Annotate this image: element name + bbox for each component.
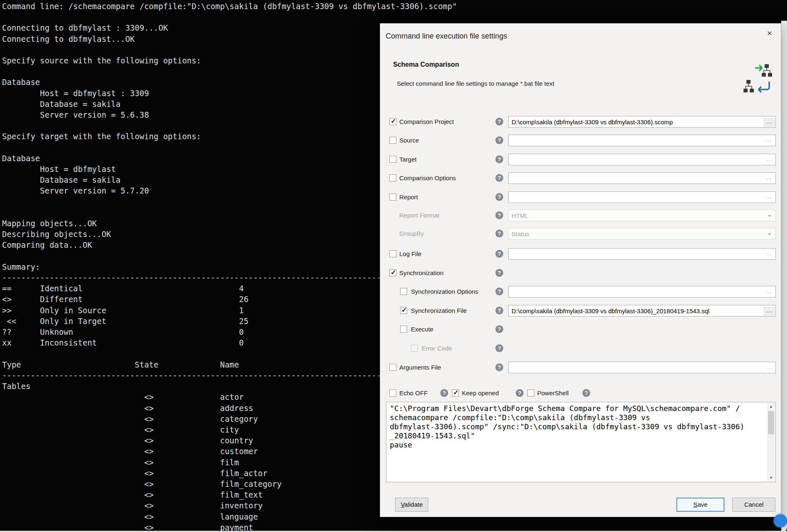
target-input[interactable]: ...: [508, 154, 776, 165]
validate-button[interactable]: Validate: [395, 498, 428, 512]
row-arguments-file: Arguments File ? ...: [380, 361, 781, 374]
help-icon[interactable]: ?: [495, 230, 503, 237]
command-line-settings-dialog: Command line execution file settings × S…: [380, 23, 781, 517]
row-comparison-project: Comparison Project ? D:\comp\sakila (dbf…: [380, 116, 781, 128]
browse-button[interactable]: ...: [764, 364, 775, 372]
browse-button[interactable]: ...: [764, 307, 775, 315]
arguments-file-label: Arguments File: [399, 364, 441, 371]
row-synchronization-options: Synchronization Options ? ...: [380, 285, 781, 298]
cancel-button[interactable]: Cancel: [732, 498, 775, 512]
comparison-options-checkbox[interactable]: [389, 174, 396, 181]
report-format-label: Report Format: [399, 212, 439, 219]
browse-button[interactable]: ...: [764, 156, 775, 164]
help-icon[interactable]: ?: [495, 344, 503, 352]
browse-button[interactable]: ...: [764, 118, 775, 126]
groupby-select: Status: [508, 228, 776, 239]
help-icon[interactable]: ?: [495, 211, 503, 219]
synchronization-checkbox[interactable]: [389, 269, 396, 276]
help-icon[interactable]: ?: [495, 118, 503, 126]
arguments-file-input[interactable]: ...: [508, 362, 776, 373]
help-icon[interactable]: ?: [495, 325, 503, 333]
help-icon[interactable]: ?: [582, 389, 590, 397]
screen: Command line: /schemacompare /compfile:"…: [0, 0, 787, 532]
scrollbar-thumb[interactable]: [768, 411, 774, 434]
save-button[interactable]: Save: [676, 498, 724, 512]
synchronization-options-checkbox[interactable]: [400, 288, 407, 295]
comparison-options-input[interactable]: ...: [508, 172, 776, 184]
comparison-project-input[interactable]: D:\comp\sakila (dbfmylast-3309 vs dbfmyl…: [508, 116, 776, 128]
help-icon[interactable]: ?: [516, 389, 524, 397]
row-synchronization: Synchronization ?: [380, 267, 781, 279]
help-icon[interactable]: ?: [495, 155, 503, 163]
help-icon[interactable]: ?: [495, 174, 503, 182]
arguments-file-checkbox[interactable]: [389, 364, 396, 371]
help-icon[interactable]: ?: [495, 136, 503, 144]
source-label: Source: [399, 137, 419, 144]
keep-opened-checkbox[interactable]: [452, 389, 459, 397]
scroll-down-icon[interactable]: [767, 474, 775, 481]
chevron-down-icon: [768, 215, 772, 217]
help-icon[interactable]: ?: [495, 288, 503, 295]
row-report-format: Report Format ? HTML: [380, 209, 781, 222]
row-groupby: GroupBy ? Status: [380, 227, 781, 240]
bat-text-area[interactable]: "C:\Program Files\Devart\dbForge Schema …: [386, 402, 776, 482]
log-file-label: Log File: [399, 250, 421, 257]
section-title: Schema Comparison: [393, 61, 459, 68]
bat-text: "C:\Program Files\Devart\dbForge Schema …: [386, 402, 775, 451]
powershell-checkbox[interactable]: [527, 389, 534, 397]
section-subtitle: Select command line file settings to man…: [397, 80, 554, 87]
execute-checkbox[interactable]: [400, 326, 407, 333]
browse-button[interactable]: ...: [764, 193, 775, 202]
comparison-project-value: D:\comp\sakila (dbfmylast-3309 vs dbfmyl…: [512, 118, 673, 126]
row-error-code: Error Code ?: [380, 342, 781, 355]
row-flags: Echo OFF ? Keep opened ? PowerShell ?: [380, 387, 781, 399]
echo-off-label: Echo OFF: [399, 389, 427, 397]
target-label: Target: [399, 156, 417, 163]
report-checkbox[interactable]: [389, 193, 396, 201]
source-checkbox[interactable]: [389, 137, 396, 144]
help-icon[interactable]: ?: [495, 250, 503, 258]
groupby-label: GroupBy: [399, 230, 424, 237]
synchronization-file-value: D:\comp\sakila (dbfmylast-3309 vs dbfmyl…: [512, 307, 710, 314]
echo-off-checkbox[interactable]: [389, 389, 396, 397]
help-icon[interactable]: ?: [495, 193, 503, 201]
powershell-label: PowerShell: [537, 389, 569, 397]
browse-button[interactable]: ...: [764, 288, 775, 296]
browse-button[interactable]: ...: [764, 137, 775, 145]
target-checkbox[interactable]: [389, 156, 396, 163]
row-report: Report ? ...: [380, 191, 781, 203]
synchronization-options-input[interactable]: ...: [508, 286, 776, 297]
window-edge-right: [781, 21, 787, 532]
log-file-checkbox[interactable]: [389, 250, 396, 257]
help-icon[interactable]: ?: [495, 307, 503, 314]
row-synchronization-file: Synchronization File ? D:\comp\sakila (d…: [380, 305, 781, 317]
comparison-options-label: Comparison Options: [399, 174, 456, 181]
synchronization-file-checkbox[interactable]: [400, 307, 407, 314]
comparison-project-label: Comparison Project: [399, 118, 454, 125]
scroll-up-icon[interactable]: [767, 403, 775, 410]
row-comparison-options: Comparison Options ? ...: [380, 172, 781, 184]
close-icon[interactable]: ×: [764, 28, 775, 39]
help-icon[interactable]: ?: [440, 389, 448, 397]
scrollbar[interactable]: [767, 403, 775, 481]
row-source: Source ? ...: [380, 134, 781, 147]
keep-opened-label: Keep opened: [462, 389, 499, 397]
synchronization-file-input[interactable]: D:\comp\sakila (dbfmylast-3309 vs dbfmyl…: [508, 305, 776, 317]
log-file-input[interactable]: ...: [508, 248, 776, 260]
chevron-down-icon: [768, 233, 772, 235]
report-format-value: HTML: [512, 212, 529, 219]
groupby-value: Status: [512, 230, 529, 237]
comparison-project-checkbox[interactable]: [389, 118, 396, 125]
row-execute: Execute ?: [380, 323, 781, 336]
report-input[interactable]: ...: [508, 191, 776, 203]
help-icon[interactable]: ?: [495, 269, 503, 277]
pointer-highlight: [774, 514, 787, 527]
source-input[interactable]: ...: [508, 135, 776, 146]
help-icon[interactable]: ?: [495, 363, 503, 371]
schema-comparison-sync-icon: [743, 63, 774, 95]
synchronization-label: Synchronization: [399, 269, 444, 276]
browse-button[interactable]: ...: [764, 250, 775, 259]
report-label: Report: [399, 193, 418, 201]
synchronization-file-label: Synchronization File: [411, 307, 467, 314]
browse-button[interactable]: ...: [764, 174, 775, 183]
